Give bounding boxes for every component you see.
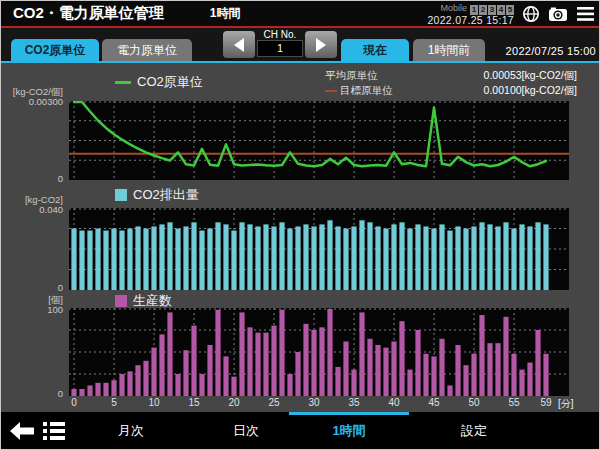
chart3-y-max: 100: [1, 304, 63, 315]
mobile-label: Mobile: [440, 3, 467, 14]
co2-emission-legend: CO2排出量: [115, 186, 199, 204]
globe-icon[interactable]: [521, 4, 541, 24]
tab-prev-hour[interactable]: 1時間前: [413, 39, 485, 61]
production-chart: [69, 308, 569, 396]
co2-intensity-chart: [69, 101, 569, 180]
toolbar: CO2原単位 電力原単位 CH No. 1 現在 1時間前 2022/07/25…: [1, 28, 600, 61]
x-tick-35: 35: [340, 397, 368, 408]
x-tick-45: 45: [420, 397, 448, 408]
chart2-y-max: 0.040: [1, 204, 63, 215]
nav-settings-label: 設定: [461, 422, 487, 440]
target-line-swatch: [325, 90, 337, 92]
camera-icon[interactable]: [548, 4, 568, 24]
chart1-y-min: 0: [1, 173, 63, 184]
charts-area: CO2原単位 平均原単位 0.00053[kg-CO2/個] 目標原単位 0.0…: [1, 63, 600, 414]
co2-intensity-legend-label: CO2原単位: [137, 73, 203, 91]
tab-co2-intensity[interactable]: CO2原単位: [11, 39, 99, 61]
header-bar: CO2・電力原単位管理 1時間 Mobile 12345 2022.07.25 …: [1, 1, 600, 26]
x-tick-40: 40: [380, 397, 408, 408]
ch-no-value: 1: [257, 40, 303, 57]
tab-co2-intensity-label: CO2原単位: [25, 42, 86, 59]
nav-monthly-label: 月次: [118, 422, 144, 440]
production-swatch: [115, 295, 127, 307]
co2-intensity-line-swatch: [115, 81, 131, 84]
footer-nav: 月次 日次 1時間 設定: [1, 412, 600, 449]
target-intensity-row: 目標原単位 0.00100[kg-CO2/個]: [325, 84, 577, 98]
avg-intensity-row: 平均原単位 0.00053[kg-CO2/個]: [325, 69, 577, 83]
back-button[interactable]: [9, 419, 35, 443]
ch-prev-button[interactable]: [223, 31, 255, 58]
co2-emission-legend-label: CO2排出量: [133, 186, 199, 204]
menu-icon[interactable]: [575, 4, 595, 24]
tab-current-label: 現在: [363, 42, 387, 59]
hmi-screen: CO2・電力原単位管理 1時間 Mobile 12345 2022.07.25 …: [0, 0, 600, 450]
nav-daily-label: 日次: [233, 422, 259, 440]
ch-selector: CH No. 1: [257, 29, 303, 57]
header-datetime: 2022.07.25 15:17: [427, 15, 514, 26]
co2-emission-chart: [69, 208, 569, 290]
page-title: CO2・電力原単位管理: [13, 4, 164, 23]
tab-current[interactable]: 現在: [341, 39, 409, 61]
target-intensity-label: 目標原単位: [325, 84, 393, 98]
x-tick-15: 15: [180, 397, 208, 408]
avg-intensity-label: 平均原単位: [325, 69, 378, 83]
target-intensity-text: 目標原単位: [340, 84, 393, 98]
nav-hourly[interactable]: 1時間: [319, 412, 379, 449]
chart1-y-max: 0.00300: [1, 96, 63, 107]
target-intensity-value: 0.00100[kg-CO2/個]: [484, 84, 577, 98]
tab-power-intensity[interactable]: 電力原単位: [102, 39, 192, 61]
tab-prev-hour-label: 1時間前: [428, 42, 471, 59]
x-tick-25: 25: [260, 397, 288, 408]
x-tick-5: 5: [100, 397, 128, 408]
x-tick-20: 20: [220, 397, 248, 408]
mobile-status: Mobile 12345 2022.07.25 15:17: [427, 1, 514, 26]
co2-emission-swatch: [115, 189, 127, 201]
x-tick-10: 10: [140, 397, 168, 408]
tab-power-intensity-label: 電力原単位: [117, 42, 177, 59]
nav-hourly-label: 1時間: [332, 422, 365, 440]
x-tick-59: 59: [532, 397, 560, 408]
list-menu-button[interactable]: [41, 419, 67, 443]
nav-daily[interactable]: 日次: [216, 412, 276, 449]
ch-next-button[interactable]: [305, 31, 337, 58]
x-tick-55: 55: [500, 397, 528, 408]
x-axis-labels: 051015202530354045505559[分]: [1, 397, 600, 409]
x-tick-30: 30: [300, 397, 328, 408]
x-tick-0: 0: [60, 397, 88, 408]
nav-monthly[interactable]: 月次: [101, 412, 161, 449]
data-timestamp: 2022/07/25 15:00: [506, 45, 596, 57]
mobile-channel-indicators: 12345: [469, 1, 514, 15]
header-period-label: 1時間: [210, 5, 241, 22]
nav-settings[interactable]: 設定: [444, 412, 504, 449]
avg-intensity-value: 0.00053[kg-CO2/個]: [484, 69, 577, 83]
co2-intensity-legend: CO2原単位: [115, 73, 203, 91]
x-axis-unit: [分]: [558, 397, 574, 411]
x-tick-50: 50: [460, 397, 488, 408]
ch-no-label: CH No.: [257, 29, 303, 40]
chart2-y-min: 0: [1, 282, 63, 293]
